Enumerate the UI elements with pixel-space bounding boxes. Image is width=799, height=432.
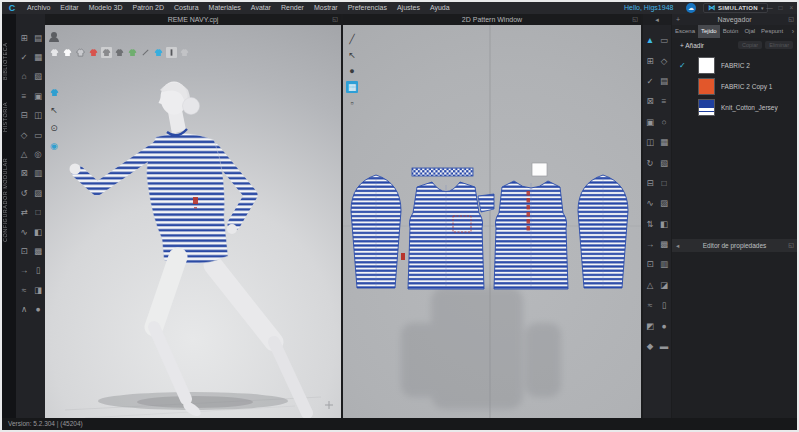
tool-icon[interactable]: ◇ [657, 50, 671, 70]
tab-boton[interactable]: Botón [720, 25, 742, 38]
tool-icon[interactable]: △ [643, 275, 657, 295]
tool-icon[interactable]: ⇄ [17, 203, 31, 222]
tool-icon[interactable]: ▲ [643, 30, 657, 50]
tool-icon[interactable]: □ [31, 203, 45, 222]
tool-icon[interactable]: ∿ [17, 222, 31, 241]
navigator-header[interactable]: + Navegador ◱ [672, 14, 797, 25]
menu-item[interactable]: Patrón 2D [128, 2, 170, 14]
tool-icon[interactable]: ▩ [657, 234, 671, 254]
menu-item[interactable]: Materiales [204, 2, 246, 14]
tool-icon[interactable]: ⊟ [643, 173, 657, 193]
tool-icon[interactable]: ⊞ [17, 28, 31, 47]
menu-item[interactable]: Modelo 3D [84, 2, 128, 14]
tool-icon[interactable]: ◫ [643, 132, 657, 152]
tool-icon[interactable]: ∿ [643, 193, 657, 213]
panel-add-icon[interactable]: + [676, 14, 680, 25]
avatar-3d-scene[interactable] [45, 25, 341, 418]
detach-window-icon[interactable]: ◱ [332, 14, 338, 25]
tool-icon[interactable]: △ [17, 144, 31, 163]
tool-icon[interactable]: ▦ [31, 47, 45, 66]
sidebar-tab-historia[interactable]: HISTORIA [2, 94, 16, 140]
tool-icon[interactable]: ✓ [17, 47, 31, 66]
menu-item[interactable]: Ajustes [392, 2, 425, 14]
tool-icon[interactable]: ↻ [643, 152, 657, 172]
tool-icon[interactable]: ⊡ [17, 241, 31, 260]
user-greeting[interactable]: Hello, Higs1948 [624, 2, 673, 14]
tool-icon[interactable]: ≡ [17, 86, 31, 105]
detach-panel-icon[interactable]: ◱ [788, 239, 794, 252]
menu-item[interactable]: Editar [55, 2, 83, 14]
tool-icon[interactable]: ▥ [31, 164, 45, 183]
sphere-view-icon[interactable]: ● [346, 65, 358, 77]
tool-icon[interactable]: ▨ [657, 193, 671, 213]
tool-icon[interactable]: ⊠ [643, 91, 657, 111]
small-tool-icon[interactable]: ▫ [346, 97, 358, 109]
fabric-swatch[interactable] [698, 78, 715, 95]
view2d-title-bar[interactable]: 2D Pattern Window ◱ [343, 14, 641, 25]
tool-icon[interactable]: ◧ [31, 222, 45, 241]
tool-icon[interactable]: ✓ [643, 71, 657, 91]
tool-icon[interactable]: ▣ [643, 112, 657, 132]
pattern-piece-neckband[interactable] [412, 168, 473, 176]
tool-icon[interactable]: ▩ [31, 241, 45, 260]
detach-window-icon[interactable]: ◱ [632, 14, 638, 25]
delete-fabric-button[interactable]: Eliminar [765, 41, 793, 49]
pattern-piece-pocket[interactable] [478, 194, 494, 212]
add-fabric-button[interactable]: + Añadir [680, 42, 704, 49]
tool-icon[interactable]: ⊞ [643, 50, 657, 70]
edit-pattern-icon[interactable]: ╱ [346, 33, 358, 45]
property-editor-header[interactable]: ◂ Editor de propiedades ◱ [672, 239, 797, 252]
tool-icon[interactable]: ▣ [31, 86, 45, 105]
close-button[interactable]: × [786, 2, 797, 14]
simulation-dropdown[interactable]: ⋈ SIMULATION ▾ [703, 3, 768, 13]
tool-icon[interactable]: ▤ [657, 71, 671, 91]
view3d-title-bar[interactable]: REME NAVY.cpj ◱ [45, 14, 341, 25]
menu-item[interactable]: Mostrar [309, 2, 343, 14]
texture-edit-icon[interactable]: ▦ [346, 81, 358, 93]
tool-icon[interactable]: ≈ [17, 280, 31, 299]
tool-icon[interactable]: ≈ [643, 295, 657, 315]
tool-icon[interactable]: → [643, 234, 657, 254]
tool-icon[interactable]: ∧ [17, 299, 31, 318]
tab-tejido[interactable]: Tejido [698, 25, 720, 38]
maximize-button[interactable]: □ [775, 2, 786, 14]
copy-fabric-button[interactable]: Copiar [738, 41, 762, 49]
viewport-2d-pattern[interactable]: ╱ ↖ ● ▦ ▫ [343, 25, 641, 418]
cloud-sync-icon[interactable]: ☁ [686, 3, 696, 13]
fabric-list-item[interactable]: Knit_Cotton_Jersey [672, 97, 797, 118]
tool-icon[interactable]: ▧ [31, 67, 45, 86]
tool-icon[interactable]: ⊟ [17, 106, 31, 125]
tab-overflow-icon[interactable]: › [789, 25, 797, 38]
tool-icon[interactable]: □ [657, 173, 671, 193]
detach-panel-icon[interactable]: ◱ [788, 14, 794, 25]
menu-item[interactable]: Preferencias [343, 2, 392, 14]
tool-icon[interactable]: ⊠ [17, 164, 31, 183]
tool-icon[interactable]: ▨ [31, 183, 45, 202]
sidebar-tab-configurador-modular[interactable]: CONFIGURADOR MODULAR [2, 140, 16, 260]
tool-icon[interactable]: ▦ [657, 132, 671, 152]
sidebar-tab-biblioteca[interactable]: BIBLIOTECA [2, 28, 16, 94]
collapse-panel-icon[interactable]: ◂ [676, 239, 679, 252]
tool-icon[interactable]: ▯ [31, 261, 45, 280]
fabric-list-item[interactable]: FABRIC 2 Copy 1 [672, 76, 797, 97]
tool-icon[interactable]: ▤ [31, 28, 45, 47]
collapse-panel-icon[interactable]: ◂ [655, 16, 659, 23]
tool-icon[interactable]: ● [657, 315, 671, 335]
tool-icon[interactable]: ○ [657, 112, 671, 132]
fabric-swatch[interactable] [698, 99, 715, 116]
pattern-canvas[interactable] [343, 25, 641, 418]
tool-icon[interactable]: ◆ [643, 336, 657, 356]
tool-icon[interactable]: ◪ [657, 275, 671, 295]
tool-icon[interactable]: ⇅ [643, 214, 657, 234]
menu-item[interactable]: Costura [169, 2, 204, 14]
pattern-piece-label-patch[interactable] [532, 163, 547, 176]
viewport-3d[interactable]: ↖ ⊙ ◉ [45, 25, 341, 418]
tool-icon[interactable]: ↺ [17, 183, 31, 202]
tool-icon[interactable]: ◫ [31, 106, 45, 125]
tool-icon[interactable]: ▭ [31, 125, 45, 144]
tab-pespunte[interactable]: Pespunt [758, 25, 786, 38]
tool-icon[interactable]: ◎ [31, 144, 45, 163]
tool-icon[interactable]: ◇ [17, 125, 31, 144]
tool-icon[interactable]: ≡ [657, 91, 671, 111]
tool-icon[interactable]: ◩ [643, 315, 657, 335]
